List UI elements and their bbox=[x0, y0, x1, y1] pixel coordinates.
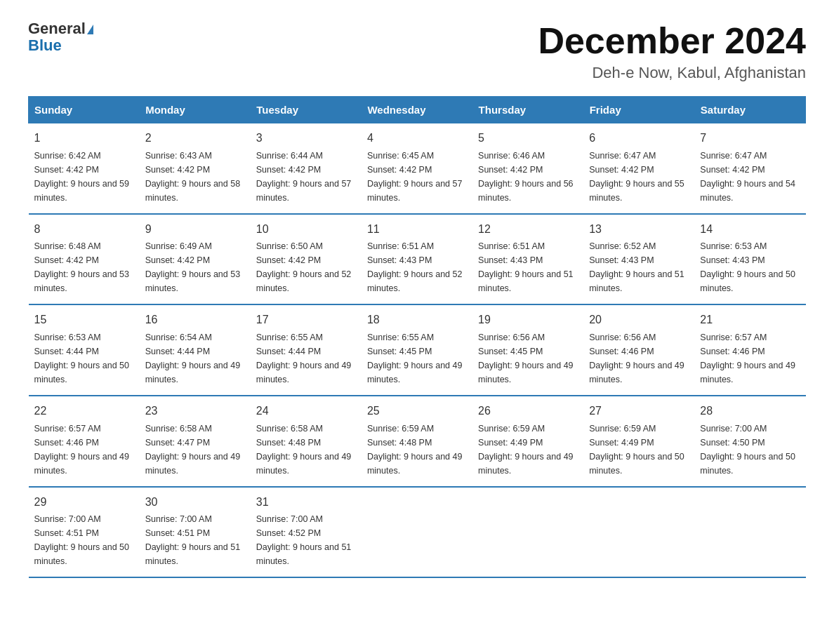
day-number: 7 bbox=[700, 129, 800, 147]
sunset-label: Sunset: 4:45 PM bbox=[367, 347, 432, 356]
sunrise-label: Sunrise: 6:55 AM bbox=[367, 333, 434, 342]
day-number: 29 bbox=[34, 493, 134, 511]
sunset-label: Sunset: 4:47 PM bbox=[145, 438, 210, 448]
daylight-label: Daylight: 9 hours and 49 minutes. bbox=[145, 361, 241, 384]
sunset-label: Sunset: 4:42 PM bbox=[256, 165, 321, 175]
sunset-label: Sunset: 4:48 PM bbox=[367, 438, 432, 448]
day-number: 9 bbox=[145, 220, 245, 239]
sunset-label: Sunset: 4:49 PM bbox=[589, 438, 654, 448]
header-friday: Friday bbox=[583, 97, 694, 123]
logo-blue: Blue bbox=[28, 36, 62, 54]
sunset-label: Sunset: 4:43 PM bbox=[478, 255, 543, 265]
sunset-label: Sunset: 4:49 PM bbox=[478, 438, 543, 448]
sunrise-label: Sunrise: 7:00 AM bbox=[34, 514, 101, 524]
calendar-cell bbox=[472, 487, 583, 578]
sunrise-label: Sunrise: 6:53 AM bbox=[34, 333, 101, 342]
sunset-label: Sunset: 4:42 PM bbox=[478, 165, 543, 175]
sunrise-label: Sunrise: 7:00 AM bbox=[256, 514, 323, 524]
sunrise-label: Sunrise: 6:54 AM bbox=[145, 333, 212, 342]
calendar-cell: 13Sunrise: 6:52 AMSunset: 4:43 PMDayligh… bbox=[583, 214, 694, 305]
sunset-label: Sunset: 4:42 PM bbox=[34, 165, 99, 175]
location-subtitle: Deh-e Now, Kabul, Afghanistan bbox=[538, 64, 806, 82]
daylight-label: Daylight: 9 hours and 57 minutes. bbox=[256, 179, 352, 203]
calendar-cell: 10Sunrise: 6:50 AMSunset: 4:42 PMDayligh… bbox=[251, 214, 362, 305]
sunrise-label: Sunrise: 6:56 AM bbox=[589, 333, 656, 342]
title-block: December 2024 Deh-e Now, Kabul, Afghanis… bbox=[538, 21, 806, 82]
logo-general: General bbox=[28, 21, 86, 36]
day-number: 16 bbox=[145, 311, 245, 329]
calendar-cell bbox=[694, 487, 805, 578]
sunrise-label: Sunrise: 6:42 AM bbox=[34, 151, 101, 161]
day-number: 3 bbox=[256, 129, 356, 147]
daylight-label: Daylight: 9 hours and 49 minutes. bbox=[478, 361, 574, 384]
sunrise-label: Sunrise: 6:43 AM bbox=[145, 151, 212, 161]
daylight-label: Daylight: 9 hours and 49 minutes. bbox=[34, 452, 130, 476]
header-wednesday: Wednesday bbox=[362, 97, 472, 123]
logo: General Blue bbox=[28, 21, 93, 55]
sunrise-label: Sunrise: 6:46 AM bbox=[478, 151, 545, 161]
day-number: 24 bbox=[256, 402, 356, 420]
sunset-label: Sunset: 4:50 PM bbox=[700, 438, 764, 448]
sunrise-label: Sunrise: 7:00 AM bbox=[700, 424, 767, 434]
calendar-cell: 12Sunrise: 6:51 AMSunset: 4:43 PMDayligh… bbox=[472, 214, 583, 305]
sunset-label: Sunset: 4:44 PM bbox=[256, 347, 321, 356]
day-number: 6 bbox=[589, 129, 689, 147]
daylight-label: Daylight: 9 hours and 49 minutes. bbox=[700, 361, 795, 384]
sunrise-label: Sunrise: 6:58 AM bbox=[145, 424, 212, 434]
sunset-label: Sunset: 4:46 PM bbox=[700, 347, 764, 356]
daylight-label: Daylight: 9 hours and 53 minutes. bbox=[34, 269, 130, 293]
sunset-label: Sunset: 4:52 PM bbox=[256, 528, 321, 538]
sunset-label: Sunset: 4:44 PM bbox=[34, 347, 99, 356]
sunset-label: Sunset: 4:44 PM bbox=[145, 347, 210, 356]
calendar-cell: 5Sunrise: 6:46 AMSunset: 4:42 PMDaylight… bbox=[472, 123, 583, 214]
sunset-label: Sunset: 4:51 PM bbox=[34, 528, 99, 538]
daylight-label: Daylight: 9 hours and 50 minutes. bbox=[700, 269, 795, 293]
calendar-cell: 6Sunrise: 6:47 AMSunset: 4:42 PMDaylight… bbox=[583, 123, 694, 214]
sunrise-label: Sunrise: 6:58 AM bbox=[256, 424, 323, 434]
sunrise-label: Sunrise: 6:52 AM bbox=[589, 241, 656, 251]
sunset-label: Sunset: 4:46 PM bbox=[589, 347, 654, 356]
day-number: 4 bbox=[367, 129, 467, 147]
sunset-label: Sunset: 4:42 PM bbox=[145, 165, 210, 175]
sunrise-label: Sunrise: 6:51 AM bbox=[367, 241, 434, 251]
daylight-label: Daylight: 9 hours and 50 minutes. bbox=[34, 361, 130, 384]
sunrise-label: Sunrise: 7:00 AM bbox=[145, 514, 212, 524]
day-number: 8 bbox=[34, 220, 134, 239]
week-row-4: 22Sunrise: 6:57 AMSunset: 4:46 PMDayligh… bbox=[29, 396, 806, 487]
sunrise-label: Sunrise: 6:44 AM bbox=[256, 151, 323, 161]
day-number: 23 bbox=[145, 402, 245, 420]
day-number: 25 bbox=[367, 402, 467, 420]
daylight-label: Daylight: 9 hours and 50 minutes. bbox=[589, 452, 684, 476]
calendar-cell: 11Sunrise: 6:51 AMSunset: 4:43 PMDayligh… bbox=[362, 214, 472, 305]
calendar-cell: 23Sunrise: 6:58 AMSunset: 4:47 PMDayligh… bbox=[140, 396, 251, 487]
sunrise-label: Sunrise: 6:57 AM bbox=[700, 333, 767, 342]
daylight-label: Daylight: 9 hours and 52 minutes. bbox=[256, 269, 352, 293]
day-number: 2 bbox=[145, 129, 245, 147]
sunrise-label: Sunrise: 6:47 AM bbox=[589, 151, 656, 161]
day-number: 22 bbox=[34, 402, 134, 420]
calendar-cell: 30Sunrise: 7:00 AMSunset: 4:51 PMDayligh… bbox=[140, 487, 251, 578]
day-number: 21 bbox=[700, 311, 800, 329]
calendar-cell: 29Sunrise: 7:00 AMSunset: 4:51 PMDayligh… bbox=[29, 487, 140, 578]
daylight-label: Daylight: 9 hours and 55 minutes. bbox=[589, 179, 684, 203]
daylight-label: Daylight: 9 hours and 51 minutes. bbox=[256, 542, 352, 566]
day-number: 27 bbox=[589, 402, 689, 420]
day-number: 13 bbox=[589, 220, 689, 239]
header-thursday: Thursday bbox=[472, 97, 583, 123]
day-number: 10 bbox=[256, 220, 356, 239]
calendar-cell: 14Sunrise: 6:53 AMSunset: 4:43 PMDayligh… bbox=[694, 214, 805, 305]
month-title: December 2024 bbox=[538, 21, 806, 61]
day-number: 11 bbox=[367, 220, 467, 239]
day-number: 1 bbox=[34, 129, 134, 147]
calendar-cell: 20Sunrise: 6:56 AMSunset: 4:46 PMDayligh… bbox=[583, 304, 694, 396]
daylight-label: Daylight: 9 hours and 49 minutes. bbox=[145, 452, 241, 476]
day-number: 18 bbox=[367, 311, 467, 329]
day-number: 5 bbox=[478, 129, 578, 147]
daylight-label: Daylight: 9 hours and 51 minutes. bbox=[145, 542, 241, 566]
sunset-label: Sunset: 4:43 PM bbox=[589, 255, 654, 265]
sunset-label: Sunset: 4:42 PM bbox=[145, 255, 210, 265]
sunrise-label: Sunrise: 6:45 AM bbox=[367, 151, 434, 161]
day-number: 28 bbox=[700, 402, 800, 420]
header-sunday: Sunday bbox=[29, 97, 140, 123]
sunrise-label: Sunrise: 6:59 AM bbox=[478, 424, 545, 434]
